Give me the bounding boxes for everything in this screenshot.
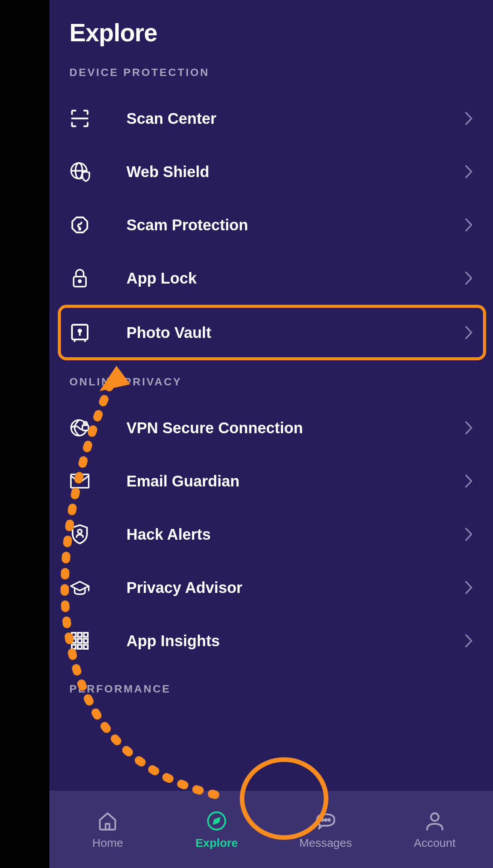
- svg-rect-14: [82, 425, 89, 431]
- section-online-privacy-label: ONLINE PRIVACY: [69, 376, 473, 388]
- svg-point-30: [325, 819, 326, 821]
- item-label: Scam Protection: [90, 216, 464, 234]
- tab-label: Messages: [300, 836, 352, 849]
- svg-rect-15: [71, 475, 89, 488]
- item-label: Web Shield: [90, 163, 464, 181]
- scan-icon: [69, 108, 90, 129]
- tab-explore[interactable]: Explore: [170, 809, 263, 849]
- black-sidebar: [0, 0, 49, 868]
- svg-point-5: [79, 228, 80, 230]
- chevron-right-icon: [464, 474, 473, 488]
- page-title: Explore: [69, 19, 473, 47]
- svg-rect-25: [78, 645, 82, 648]
- item-photo-vault[interactable]: Photo Vault: [58, 305, 486, 360]
- item-label: App Insights: [90, 632, 464, 650]
- svg-marker-28: [214, 818, 220, 824]
- item-label: Scan Center: [90, 110, 464, 127]
- item-app-lock[interactable]: App Lock: [69, 252, 473, 305]
- svg-point-31: [328, 819, 330, 821]
- home-icon: [96, 809, 119, 833]
- chevron-right-icon: [464, 325, 473, 340]
- item-privacy-advisor[interactable]: Privacy Advisor: [69, 561, 473, 614]
- tab-home[interactable]: Home: [61, 809, 154, 849]
- app-screen: Explore DEVICE PROTECTION Scan Center: [49, 0, 493, 868]
- svg-point-16: [78, 530, 82, 534]
- section-performance-label: PERFORMANCE: [69, 683, 473, 695]
- svg-rect-21: [72, 639, 76, 643]
- item-vpn[interactable]: VPN Secure Connection: [69, 401, 473, 454]
- svg-rect-24: [72, 645, 76, 648]
- item-app-insights[interactable]: App Insights: [69, 614, 473, 667]
- section-device-protection-label: DEVICE PROTECTION: [69, 66, 473, 79]
- item-label: App Lock: [90, 270, 464, 287]
- chevron-right-icon: [464, 580, 473, 595]
- svg-rect-22: [78, 639, 82, 643]
- tab-label: Home: [92, 836, 123, 849]
- chevron-right-icon: [464, 633, 473, 648]
- item-email-guardian[interactable]: Email Guardian: [69, 454, 473, 508]
- svg-point-32: [431, 813, 439, 821]
- scroll-content: Explore DEVICE PROTECTION Scan Center: [49, 0, 493, 791]
- web-shield-icon: [69, 161, 90, 182]
- item-scan-center[interactable]: Scan Center: [69, 92, 473, 145]
- item-hack-alerts[interactable]: Hack Alerts: [69, 508, 473, 561]
- item-label: Photo Vault: [90, 324, 464, 341]
- hack-alerts-icon: [69, 524, 90, 545]
- item-label: Hack Alerts: [90, 526, 464, 543]
- svg-rect-19: [78, 633, 82, 637]
- item-scam-protection[interactable]: Scam Protection: [69, 198, 473, 252]
- chevron-right-icon: [464, 111, 473, 126]
- vpn-icon: [69, 417, 90, 439]
- tab-label: Explore: [195, 836, 238, 849]
- svg-rect-20: [84, 633, 87, 637]
- item-label: Privacy Advisor: [90, 579, 464, 596]
- lock-icon: [69, 267, 90, 289]
- svg-rect-18: [72, 633, 76, 637]
- chevron-right-icon: [464, 218, 473, 232]
- tab-messages[interactable]: Messages: [279, 809, 372, 849]
- item-label: VPN Secure Connection: [90, 419, 464, 437]
- account-icon: [423, 809, 446, 833]
- chevron-right-icon: [464, 420, 473, 435]
- svg-rect-23: [84, 639, 87, 643]
- envelope-icon: [69, 473, 90, 490]
- chevron-right-icon: [464, 527, 473, 542]
- svg-point-29: [321, 819, 323, 821]
- vault-icon: [69, 322, 90, 343]
- item-label: Email Guardian: [90, 473, 464, 490]
- svg-rect-26: [84, 645, 87, 648]
- tab-account[interactable]: Account: [389, 809, 481, 849]
- advisor-icon: [69, 578, 90, 597]
- chevron-right-icon: [464, 271, 473, 285]
- svg-point-7: [79, 280, 81, 282]
- tab-label: Account: [414, 836, 455, 849]
- scam-protection-icon: [69, 215, 90, 235]
- grid-icon: [69, 631, 90, 650]
- bottom-tab-bar: Home Explore Messages: [49, 791, 493, 868]
- messages-icon: [314, 809, 337, 833]
- item-web-shield[interactable]: Web Shield: [69, 145, 473, 198]
- compass-icon: [205, 809, 228, 833]
- chevron-right-icon: [464, 164, 473, 179]
